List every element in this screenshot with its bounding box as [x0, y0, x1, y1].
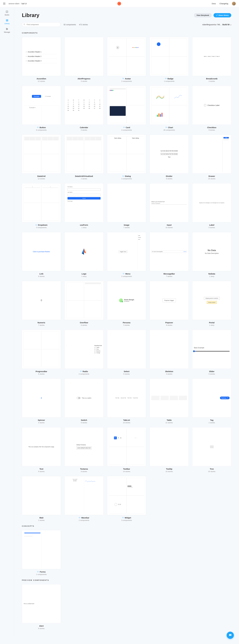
sidebar-item-manage[interactable]: Manage: [4, 28, 10, 33]
component-card[interactable]: AlertProgress 5 stories: [64, 37, 104, 82]
component-subtitle: 1 components: [164, 80, 174, 82]
component-card[interactable]: 0 Numeric 7 stories: [22, 281, 61, 326]
component-card[interactable]: Logo 1 story: [64, 232, 104, 277]
component-card[interactable]: Tree 20 stories: [192, 427, 231, 472]
component-card[interactable]: Kevin SturgisAvailable Persona 5 stories: [107, 281, 146, 326]
component-card[interactable]: Clipping parent containerPortal content …: [192, 281, 231, 326]
component-subtitle: 4 stories: [38, 422, 44, 424]
folder-icon: [80, 370, 82, 372]
component-name: Tooltip: [166, 468, 172, 470]
component-preview: [22, 330, 61, 369]
sliders-icon: [6, 28, 8, 30]
component-card[interactable]: First NameLast NameSubmitPizza Style use…: [64, 183, 104, 228]
project-breadcrumb[interactable]: serene-robert / Sail UI: [8, 2, 27, 5]
component-card[interactable]: First TabSecond TabThird TabFourth Tab T…: [107, 378, 146, 424]
docs-link[interactable]: Docs: [212, 2, 216, 5]
component-subtitle: 8 stories: [81, 324, 87, 326]
component-card[interactable]: Table 21 stories: [150, 378, 189, 424]
component-card[interactable]: DataGrid 12 stories: [22, 134, 61, 180]
menu-toggle-button[interactable]: [3, 3, 6, 4]
user-avatar[interactable]: [232, 2, 236, 6]
component-subtitle: 2 components: [121, 80, 132, 82]
component-subtitle: 1 story: [209, 324, 214, 326]
component-card[interactable]: Chart 26 components: [150, 86, 189, 131]
component-card[interactable]: Toggle menuEditPhotoEnd Menu 2 component…: [107, 232, 146, 277]
component-card[interactable]: ProgressBar 6 stories: [22, 330, 61, 375]
component-subtitle: 7 stories: [38, 324, 44, 326]
component-card[interactable]: Forms 1 components: [22, 530, 61, 575]
search-input[interactable]: [22, 22, 60, 27]
component-card[interactable]: Feb 4, 2023■ metric■ metric Wavebar 2 co…: [64, 476, 104, 521]
sidebar-item-library[interactable]: Library: [4, 19, 10, 24]
component-card[interactable]: No DataNo Data Description NoData 1 stor…: [192, 232, 231, 277]
component-card[interactable]: Image 7 stories: [107, 183, 146, 228]
folder-icon: [123, 273, 124, 274]
component-card[interactable]: This is a default alert Alert 6 stories: [22, 584, 61, 630]
chat-icon: [228, 634, 232, 634]
component-subtitle: 6 stories: [38, 628, 44, 630]
component-preview: This is a switch: [64, 378, 104, 418]
component-card[interactable]: This is a switch Switch 6 stories: [64, 378, 104, 424]
share-library-button[interactable]: Share library: [214, 13, 232, 18]
component-card[interactable]: Squares are rectangles, but rectangles a…: [192, 183, 231, 228]
component-card[interactable]: Card 4 components: [107, 86, 146, 131]
folder-icon: [123, 126, 125, 128]
component-card[interactable]: Select 6 stories: [107, 330, 146, 375]
chromatic-logo-icon[interactable]: [118, 2, 121, 6]
component-name: Logo: [82, 273, 86, 275]
component-name: Label: [209, 224, 214, 226]
component-card[interactable]: Title Drawer 15 stories: [192, 134, 231, 180]
component-preview: [64, 281, 104, 320]
component-name: Image: [124, 224, 129, 226]
component-preview: [107, 330, 146, 369]
component-card[interactable]: Default Textareasome default value text …: [64, 427, 104, 472]
component-card[interactable]: Spinner 4 stories: [22, 378, 61, 424]
component-card[interactable]: Famous ✕ Tag 2 stories: [192, 378, 231, 424]
svg-point-6: [7, 29, 8, 29]
component-preview: This is a default alert: [22, 584, 61, 623]
component-preview: An absent MessageBar Action: [150, 232, 189, 271]
component-card[interactable]: Avatar 2 components: [107, 37, 146, 82]
component-card[interactable]: Click to purchase flowers Link 6 stories: [22, 232, 61, 277]
component-card[interactable]: DataGridVirtualized 2 stories: [64, 134, 104, 180]
changelog-link[interactable]: Changelog: [220, 2, 228, 5]
component-card[interactable]: This is an example of the Text component…: [22, 427, 61, 472]
component-card[interactable]: Wait 2 stories: [22, 476, 61, 521]
component-card[interactable]: A↓AA⋯ Toolbar 14 stories: [107, 427, 146, 472]
component-name: Toolbar: [123, 468, 130, 470]
component-name: DataGridVirtualized: [75, 175, 93, 177]
component-card[interactable]: Overflow 8 stories: [64, 281, 104, 326]
component-card[interactable]: Item 1 / Item 2 / Item 3 / Item 4 Breadc…: [192, 37, 231, 82]
component-name: MessageBar: [164, 273, 175, 275]
view-storybook-button[interactable]: View Storybook: [194, 13, 212, 18]
component-card[interactable]: Checkbox Label Checkbox 9 stories: [192, 86, 231, 131]
build-selector[interactable]: robertferguson/sc-746… Build 59: [202, 24, 231, 26]
component-card[interactable]: Example⟳ ExampleExample ▾ Button 6 compo…: [22, 86, 61, 131]
component-name: Popover: [165, 322, 173, 324]
component-preview: First TabSecond TabThird TabFourth Tab: [107, 378, 146, 418]
component-name: Checkbox: [207, 126, 216, 128]
component-name: Avatar: [122, 78, 131, 80]
component-card[interactable]: Open dialogOpen dialog Dialog 2 componen…: [107, 134, 146, 180]
component-card[interactable]: Accordion Header 1Accordion Header 2Acco…: [22, 37, 61, 82]
component-card[interactable]: I am text above the first dividerI am te…: [150, 134, 189, 180]
component-preview: Toggle menuEditPhotoEnd: [107, 232, 146, 271]
component-subtitle: 6 stories: [123, 373, 130, 375]
component-card[interactable]: Badge 1 components: [150, 37, 189, 82]
sidebar-item-builds[interactable]: Builds: [5, 10, 9, 16]
component-preview: Click to purchase flowers: [22, 232, 61, 271]
component-card[interactable]: What is your favorite fruit?Cherry Tomat…: [150, 183, 189, 228]
svg-rect-12: [160, 114, 161, 117]
component-subtitle: 5 stories: [81, 80, 87, 82]
component-card[interactable]: 0 / 0 Widget 3 components: [107, 476, 146, 521]
component-card[interactable]: Popover trigger Popover 9 stories: [150, 281, 189, 326]
component-card[interactable]: Skeleton 4 stories: [150, 330, 189, 375]
component-card[interactable]: Tooltip 10 stories: [150, 427, 189, 472]
component-card[interactable]: ▾▾ Dropdown 3 components: [22, 183, 61, 228]
component-subtitle: 3 components: [121, 519, 132, 521]
component-card[interactable]: SMTWTFS123456789101112131415161718192021…: [64, 86, 104, 131]
component-card[interactable]: Basic Example Slider 6 stories: [192, 330, 231, 375]
component-card[interactable]: An absent MessageBar Action MessageBar 7…: [150, 232, 189, 277]
component-subtitle: 14 stories: [123, 470, 130, 472]
component-card[interactable]: ...Favorite FruitApplePearBananaOrange R…: [64, 330, 104, 375]
